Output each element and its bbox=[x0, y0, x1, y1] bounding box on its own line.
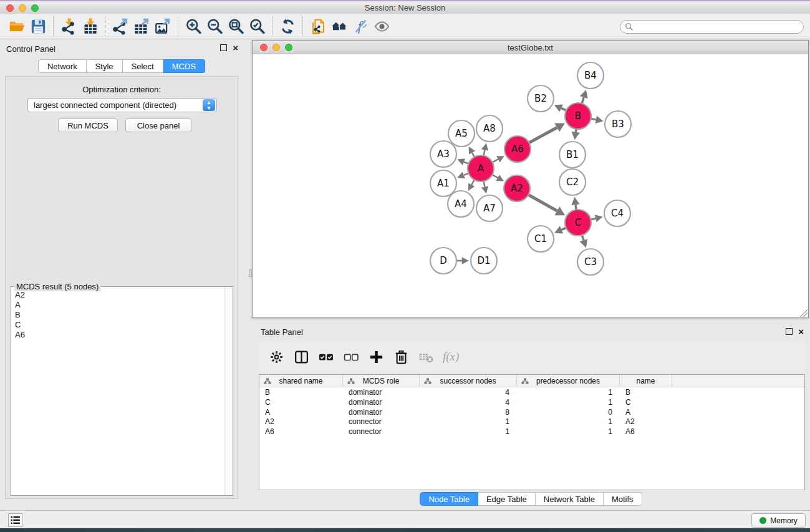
edge-A-A7[interactable] bbox=[483, 181, 485, 187]
edge-B-B4[interactable] bbox=[582, 97, 584, 104]
edge-A6-B[interactable] bbox=[529, 127, 557, 142]
table-settings-icon[interactable] bbox=[268, 347, 284, 366]
hide-graphics-icon[interactable]: f bbox=[350, 17, 371, 36]
table-cell[interactable]: A2 bbox=[620, 417, 672, 427]
table-cell[interactable]: connector bbox=[343, 417, 420, 427]
tab-style[interactable]: Style bbox=[87, 59, 123, 73]
edge-A-A2[interactable] bbox=[492, 175, 498, 178]
table-cell[interactable]: C bbox=[620, 398, 672, 408]
zoom-fit-icon[interactable] bbox=[225, 17, 246, 36]
result-scrollbar[interactable] bbox=[224, 287, 233, 495]
export-image-icon[interactable] bbox=[152, 17, 173, 36]
tab-node-table[interactable]: Node Table bbox=[420, 492, 478, 506]
result-item[interactable]: C bbox=[12, 320, 224, 330]
edge-A-A6[interactable] bbox=[493, 159, 498, 162]
close-table-panel-icon[interactable]: × bbox=[798, 328, 804, 335]
edge-B-B2[interactable] bbox=[561, 108, 566, 110]
delete-column-icon[interactable] bbox=[393, 347, 409, 366]
refresh-icon[interactable] bbox=[277, 17, 298, 36]
clone-network-icon[interactable] bbox=[307, 17, 329, 36]
run-mcds-button[interactable]: Run MCDS bbox=[58, 118, 118, 132]
result-item[interactable]: A6 bbox=[12, 330, 224, 340]
tab-motifs[interactable]: Motifs bbox=[604, 492, 642, 506]
edge-C-C3[interactable] bbox=[582, 235, 584, 240]
table-cell[interactable]: A bbox=[620, 408, 672, 418]
close-panel-icon[interactable]: × bbox=[233, 44, 238, 51]
memory-button[interactable]: Memory bbox=[751, 513, 806, 528]
table-cell[interactable]: dominator bbox=[343, 388, 420, 398]
table-cell[interactable]: B bbox=[620, 388, 672, 398]
column-header-shared-name[interactable]: shared name bbox=[259, 375, 343, 387]
tab-mcds[interactable]: MCDS bbox=[163, 59, 205, 73]
save-session-icon[interactable] bbox=[27, 17, 49, 36]
open-file-icon[interactable] bbox=[6, 17, 27, 36]
home-network-icon[interactable] bbox=[329, 17, 350, 36]
table-cell[interactable]: 1 bbox=[517, 398, 620, 408]
edge-A-A8[interactable] bbox=[483, 150, 485, 155]
result-item[interactable]: A bbox=[12, 300, 224, 310]
criterion-select[interactable]: largest connected component (directed) ▲… bbox=[27, 98, 217, 112]
table-row[interactable]: Cdominator41C bbox=[259, 398, 804, 408]
column-header-name[interactable]: name bbox=[620, 375, 672, 387]
edge-A-A1[interactable] bbox=[464, 173, 469, 175]
zoom-out-icon[interactable] bbox=[204, 17, 225, 36]
deselect-all-icon[interactable] bbox=[343, 347, 359, 366]
tab-select[interactable]: Select bbox=[123, 59, 163, 73]
edge-C-C1[interactable] bbox=[562, 228, 566, 230]
table-cell[interactable]: 1 bbox=[517, 417, 620, 427]
function-builder-icon[interactable]: f(x) bbox=[443, 347, 459, 366]
float-panel-icon[interactable] bbox=[220, 44, 227, 51]
zoom-in-icon[interactable] bbox=[183, 17, 204, 36]
table-cell[interactable]: A2 bbox=[259, 417, 343, 427]
search-input[interactable] bbox=[620, 20, 804, 34]
table-cell[interactable]: A6 bbox=[259, 427, 343, 437]
split-pane-divider[interactable] bbox=[249, 269, 252, 277]
select-all-icon[interactable] bbox=[318, 347, 334, 366]
edge-A-A3[interactable] bbox=[464, 162, 468, 164]
close-panel-button[interactable]: Close panel bbox=[125, 118, 191, 132]
column-chooser-icon[interactable] bbox=[293, 347, 309, 366]
edge-A-A4[interactable] bbox=[471, 180, 474, 185]
task-history-button[interactable] bbox=[8, 513, 22, 527]
table-cell[interactable]: dominator bbox=[343, 408, 420, 418]
zoom-selected-icon[interactable] bbox=[246, 17, 268, 36]
network-window-titlebar[interactable]: testGlobe.txt bbox=[253, 41, 808, 54]
table-cell[interactable]: 1 bbox=[420, 427, 517, 437]
import-table-icon[interactable] bbox=[79, 17, 100, 36]
table-cell[interactable]: 8 bbox=[420, 408, 517, 418]
table-cell[interactable]: connector bbox=[343, 427, 420, 437]
edge-C-C2[interactable] bbox=[576, 205, 576, 210]
add-column-icon[interactable] bbox=[368, 347, 384, 366]
app-titlebar[interactable]: Session: New Session bbox=[0, 0, 810, 14]
export-network-icon[interactable] bbox=[110, 17, 131, 36]
table-cell[interactable]: A6 bbox=[620, 427, 672, 437]
table-cell[interactable]: 1 bbox=[420, 417, 517, 427]
table-row[interactable]: A6connector11A6 bbox=[259, 427, 804, 437]
table-cell[interactable]: 4 bbox=[420, 388, 517, 398]
edge-A2-C[interactable] bbox=[528, 195, 557, 211]
table-cell[interactable]: 1 bbox=[517, 388, 620, 398]
result-item[interactable]: A2 bbox=[12, 290, 224, 300]
table-row[interactable]: Bdominator41B bbox=[259, 388, 804, 398]
result-item[interactable]: B bbox=[12, 310, 224, 320]
delete-table-icon[interactable] bbox=[418, 347, 434, 366]
table-cell[interactable]: A bbox=[259, 408, 343, 418]
tab-network-table[interactable]: Network Table bbox=[536, 492, 604, 506]
import-network-icon[interactable] bbox=[58, 17, 79, 36]
window-resize-handle[interactable] bbox=[800, 309, 808, 317]
column-header-successor-nodes[interactable]: successor nodes bbox=[420, 375, 517, 387]
table-cell[interactable]: 0 bbox=[517, 408, 620, 418]
edge-C-C4[interactable] bbox=[591, 218, 595, 220]
table-cell[interactable]: 1 bbox=[517, 427, 620, 437]
table-row[interactable]: A2connector11A2 bbox=[259, 417, 804, 427]
show-eye-icon[interactable] bbox=[371, 17, 392, 36]
table-cell[interactable]: B bbox=[259, 388, 343, 398]
edge-B-B3[interactable] bbox=[591, 118, 596, 120]
network-graph-canvas[interactable]: B4B2BB3A8A5A6A3B1AC2A1A2A4A7C4CC1DD1C3 bbox=[253, 54, 808, 317]
tab-network[interactable]: Network bbox=[38, 59, 87, 73]
table-row[interactable]: Adominator80A bbox=[259, 408, 804, 418]
column-header-predecessor-nodes[interactable]: predecessor nodes bbox=[517, 375, 620, 387]
table-cell[interactable]: dominator bbox=[343, 398, 420, 408]
float-table-panel-icon[interactable] bbox=[786, 328, 793, 335]
table-cell[interactable]: 4 bbox=[420, 398, 517, 408]
